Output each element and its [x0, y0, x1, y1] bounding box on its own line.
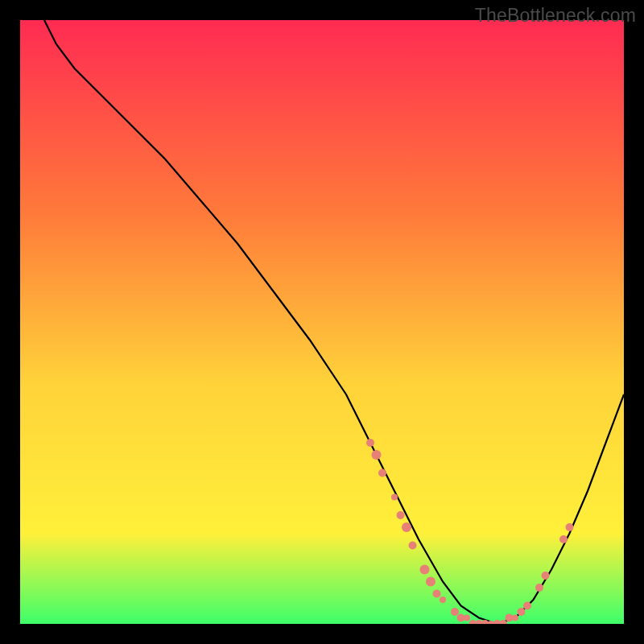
data-point — [464, 615, 470, 621]
bottleneck-plot — [20, 20, 624, 624]
data-point — [518, 608, 526, 616]
data-point — [402, 522, 411, 532]
data-point — [366, 439, 374, 447]
data-point — [426, 577, 436, 587]
data-point — [391, 494, 398, 501]
bottleneck-curve — [44, 20, 624, 624]
data-point — [559, 535, 568, 543]
data-point — [523, 602, 531, 610]
data-point — [378, 469, 386, 477]
data-point — [420, 565, 430, 575]
chart-frame — [20, 20, 624, 624]
data-point — [566, 523, 574, 531]
marker-group — [366, 439, 574, 624]
watermark-text: TheBottleneck.com — [475, 5, 636, 27]
data-point — [512, 615, 518, 621]
data-point — [433, 590, 441, 598]
data-point — [535, 584, 543, 592]
data-point — [451, 608, 459, 616]
data-point — [542, 572, 550, 580]
data-point — [372, 450, 382, 460]
data-point — [397, 511, 405, 519]
data-point — [440, 597, 446, 603]
data-point — [409, 542, 417, 550]
